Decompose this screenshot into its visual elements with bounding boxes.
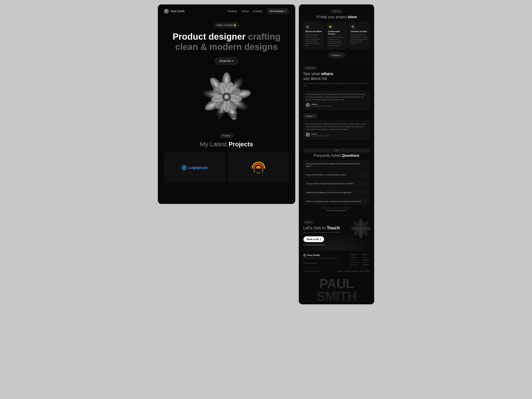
footer-link-contact[interactable]: Contact me	[350, 261, 359, 263]
testimonial-side-text: Paul transformed our outdated website in…	[306, 123, 367, 131]
nav-logo[interactable]: Paul Smith	[164, 9, 185, 14]
author-role-2: CEO of BluePrint Solutions	[311, 135, 330, 137]
nav-link-contact[interactable]: Contact	[253, 10, 262, 13]
testimonials-title: See what others say about me	[303, 72, 370, 81]
testimonials-section: Testimonials See what others say about m…	[299, 62, 374, 145]
faq-title: Frequently Asked Questions	[303, 154, 370, 158]
contact-section: Contact Let's Get in Touch Let's connect…	[299, 215, 374, 250]
email-button[interactable]: Email me ↗	[215, 57, 238, 65]
why-contact-button[interactable]: Contact ↗	[328, 52, 345, 58]
footer-cols: Portfolio Portfolio About Contact me Boo…	[350, 253, 370, 266]
why-title: I'll help your project shine	[303, 15, 370, 19]
feature-desc-2: I work closely with you, integrating you…	[328, 36, 345, 47]
feature-card-3: 🔍 Attention to Detail Meticulous attenti…	[349, 22, 370, 50]
author-info-2: Lisa P. CEO of BluePrint Solutions	[311, 133, 330, 137]
faq-question-1: How do you ensure that your designs meet…	[306, 163, 362, 167]
footer-link-about[interactable]: About	[350, 259, 359, 261]
features-grid: ⚡ Efficient Workflow Streamlined design …	[303, 22, 370, 50]
faq-question-4: What tools and software do you use for y…	[306, 191, 362, 194]
nav: Paul Smith Portfolio About Contact Get t…	[158, 4, 295, 18]
author-avatar-2	[306, 133, 310, 137]
footer-link-book[interactable]: Book a call	[350, 264, 359, 266]
faq-item-2[interactable]: Do you offer freelance or contract desig…	[303, 171, 370, 178]
projects-grid: Logoipsum	[164, 152, 289, 183]
testimonial-side-author: Lisa P. CEO of BluePrint Solutions	[306, 133, 367, 137]
testimonial-side: Paul transformed our outdated website in…	[303, 120, 370, 139]
footer-divider	[303, 268, 370, 269]
book-call-button[interactable]: Book a call ↗	[303, 236, 324, 242]
faq-item-1[interactable]: How do you ensure that your designs meet…	[303, 160, 370, 170]
footer-bottom: © 2024 Framer Template Template created …	[303, 270, 370, 272]
project-card-1[interactable]: Logoipsum	[164, 152, 225, 183]
portfolio-section: Portfolio My Latest Projects Logoipsum	[158, 127, 295, 188]
faq-chevron-3: ›	[364, 182, 367, 185]
svg-point-0	[165, 10, 167, 12]
footer-link-linkedin[interactable]: LinkedIn	[362, 261, 370, 263]
svg-point-22	[213, 113, 240, 118]
contact-email-row: Or email info@example.com	[303, 244, 370, 246]
portfolio-title: My Latest Projects	[164, 141, 289, 148]
testimonials-subtitle: I have helped many businesses make a kil…	[303, 82, 370, 88]
faq-question-5: What is your design process, and how do …	[306, 200, 362, 203]
footer-link-twitter[interactable]: Twitter	[362, 256, 370, 259]
project-card-2[interactable]: logo	[228, 152, 289, 183]
testimonials-badge: Testimonials	[303, 66, 317, 70]
collaborative-icon: 🤝	[328, 25, 332, 29]
contact-title: Let's Get in Touch	[303, 225, 370, 231]
footer-email[interactable]: info@example.com	[303, 262, 317, 264]
svg-rect-29	[262, 169, 263, 172]
faq-item-5[interactable]: What is your design process, and how do …	[303, 197, 370, 205]
svg-text:logo: logo	[256, 171, 261, 174]
faq-chevron-2: ›	[364, 173, 367, 176]
footer-link-instagram[interactable]: Instagram	[362, 259, 370, 261]
footer-name: Paul Smith	[303, 253, 347, 257]
hero-title: Product designer crafting clean & modern…	[164, 32, 289, 52]
faq-badge: FAQ	[303, 149, 370, 152]
footer-built: Template created by Sébastien · Built in…	[337, 270, 370, 272]
footer-tagline: Product designer crafting clean & modern…	[303, 257, 347, 259]
faq-footer-link[interactable]: Contact info@example.com	[303, 209, 370, 211]
testimonial-main-text: Paul delivered beyond our expectations. …	[306, 93, 367, 101]
feature-title-2: Collaborative Process	[328, 30, 345, 35]
feature-desc-3: Meticulous attention to every element, e…	[351, 34, 368, 44]
faq-item-4[interactable]: What tools and software do you use for y…	[303, 189, 370, 196]
svg-rect-28	[253, 169, 255, 172]
nav-name: Paul Smith	[171, 10, 185, 13]
faq-footer: Didn't find the answer you're looking fo…	[303, 207, 370, 211]
faq-item-3[interactable]: Can you walk me through a specific proje…	[303, 180, 370, 187]
faq-question-3: Can you walk me through a specific proje…	[306, 183, 362, 185]
nav-link-about[interactable]: About	[242, 10, 248, 13]
faq-chevron-5: ›	[364, 200, 367, 203]
big-name-section: PAUL SMITH	[299, 275, 374, 304]
testimonial-main: Paul delivered beyond our expectations. …	[303, 91, 370, 110]
sunset-logo: logo	[252, 162, 265, 174]
nav-avatar	[164, 9, 169, 14]
feature-title-3: Attention to Detail	[351, 30, 368, 33]
logoipsum-logo: Logoipsum	[182, 165, 208, 170]
why-badge: Why me	[330, 9, 342, 13]
nav-link-portfolio[interactable]: Portfolio	[228, 10, 237, 13]
contact-email[interactable]: info@example.com	[310, 244, 326, 246]
right-panel: Why me I'll help your project shine ⚡ Ef…	[299, 4, 374, 304]
contact-subtitle: Let's connect and start with your projec…	[303, 231, 370, 234]
feature-desc-1: Streamlined design process for rapid del…	[305, 34, 322, 47]
footer-link-portfolio[interactable]: Portfolio	[350, 256, 359, 259]
footer-link-dribbble[interactable]: Dribbble	[362, 264, 370, 266]
author-avatar-1	[306, 103, 310, 107]
contact-badge: Contact	[303, 220, 313, 224]
footer-avatar	[303, 253, 306, 257]
nav-get-template[interactable]: Get template ↗	[267, 8, 289, 14]
big-name-text: PAUL SMITH	[299, 277, 374, 304]
testimonial-contact-button[interactable]: Contact ↗	[303, 114, 317, 119]
footer-col-portfolio: Portfolio Portfolio About Contact me Boo…	[350, 253, 359, 266]
svg-point-1	[165, 12, 168, 13]
faq-chevron-1: ›	[364, 163, 367, 166]
left-panel: Paul Smith Portfolio About Contact Get t…	[158, 4, 295, 204]
author-name-2: Lisa P.	[311, 133, 330, 135]
hero-3d-object	[200, 69, 253, 122]
testimonial-main-author: John A. Product Manager at TechNow	[306, 103, 367, 107]
efficient-icon: ⚡	[305, 25, 310, 29]
faq-chevron-4: ›	[364, 191, 367, 194]
footer-brand: Paul Smith Product designer crafting cle…	[303, 253, 347, 266]
hello-badge: Hello, I'm Paul 👋	[214, 22, 239, 28]
